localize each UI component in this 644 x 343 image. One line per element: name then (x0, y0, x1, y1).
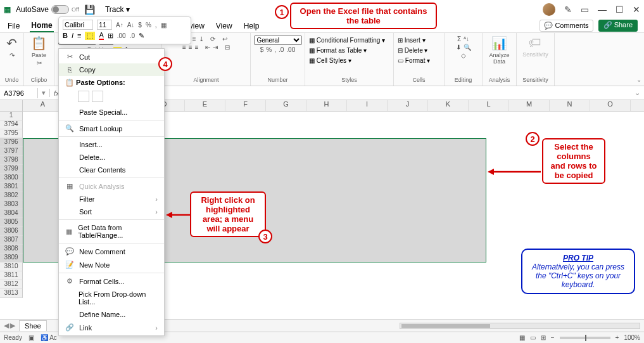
fill-down-icon[interactable]: ⬇ (456, 44, 461, 51)
save-icon[interactable]: 💾 (84, 4, 95, 15)
menu-filter[interactable]: Filter› (59, 193, 164, 205)
zoom-in-icon[interactable]: + (616, 334, 619, 341)
menu-clear[interactable]: Clear Contents (59, 164, 164, 176)
currency-btn[interactable]: $ (260, 46, 264, 53)
col-K[interactable]: K (428, 100, 469, 111)
mini-toolbar[interactable]: A↑ A↓ $ % , ▦ B I ≡ ⬚ A ⊞ .00 .0 ✎ (58, 16, 191, 44)
tab-help[interactable]: Help (243, 20, 261, 32)
decimal-dec-icon[interactable]: .0 (130, 32, 135, 39)
menu-define-name[interactable]: Define Name... (59, 308, 164, 321)
collapse-ribbon-icon[interactable]: ⌄ (636, 76, 641, 83)
menu-pick-list[interactable]: Pick From Drop-down List... (59, 288, 164, 308)
zoom-level[interactable]: 100% (624, 334, 640, 341)
dec-dec-btn[interactable]: .00 (286, 46, 295, 53)
namebox-chevron-icon[interactable]: ▾ (38, 89, 50, 97)
table-icon[interactable]: ▦ (161, 22, 167, 29)
mini-font[interactable] (63, 20, 93, 30)
indent-inc-icon[interactable]: ⇥ (213, 44, 218, 51)
col-J[interactable]: J (388, 100, 428, 111)
comma-btn[interactable]: , (274, 46, 276, 53)
col-O[interactable]: O (590, 100, 631, 111)
sheet-prev-icon[interactable]: ◀ (4, 321, 9, 330)
avatar[interactable] (543, 3, 555, 16)
indent-dec-icon[interactable]: ⇤ (205, 44, 210, 51)
row-hdr[interactable]: 1 (0, 112, 23, 120)
zoom-slider[interactable] (560, 337, 610, 339)
row-hdr[interactable]: 3812 (0, 280, 23, 289)
row-hdr[interactable]: 3799 (0, 165, 23, 174)
format-painter-icon[interactable]: ✎ (139, 32, 144, 40)
sheet-next-icon[interactable]: ▶ (10, 321, 15, 330)
menu-cut[interactable]: ✂Cut (59, 50, 164, 63)
formula-expand-icon[interactable]: ⌄ (631, 89, 644, 97)
paste-icon[interactable]: 📋 (31, 36, 47, 51)
row-hdr[interactable]: 3808 (0, 245, 23, 254)
decimal-inc-icon[interactable]: .00 (117, 32, 126, 39)
menu-new-comment[interactable]: 💬New Comment (59, 245, 164, 258)
fill-color-icon[interactable]: ⬚ (85, 32, 95, 40)
name-box[interactable]: A3796 (0, 88, 38, 98)
row-hdr[interactable]: 3804 (0, 209, 23, 218)
percent-icon[interactable]: % (146, 22, 151, 29)
redo-icon[interactable]: ↷ (9, 52, 15, 59)
align-icon[interactable]: ≡ (77, 32, 81, 39)
align-left-icon[interactable]: ≡ (182, 44, 186, 51)
menu-copy[interactable]: ⎘Copy (59, 63, 164, 76)
view-normal-icon[interactable]: ▦ (519, 334, 525, 341)
delete-btn[interactable]: ⊟ Delete ▾ (398, 46, 430, 56)
select-all-corner[interactable] (0, 100, 23, 111)
col-F[interactable]: F (225, 100, 266, 111)
tab-home[interactable]: Home (30, 20, 53, 32)
row-hdr[interactable]: 3810 (0, 262, 23, 271)
menu-format-cells[interactable]: ⚙Format Cells... (59, 275, 164, 288)
sum-icon[interactable]: Σ (457, 36, 461, 42)
share-button[interactable]: 🔗 Share (598, 20, 638, 32)
paste-opt-2[interactable] (92, 91, 103, 102)
menu-smart-lookup[interactable]: 🔍Smart Lookup (59, 122, 164, 135)
menu-delete[interactable]: Delete... (59, 151, 164, 164)
sort-icon[interactable]: ᴬ↓ (464, 36, 469, 42)
row-hdr[interactable]: 3800 (0, 174, 23, 183)
row-hdr[interactable]: 3805 (0, 218, 23, 227)
row-hdr[interactable]: 3801 (0, 183, 23, 191)
clear-icon[interactable]: ◇ (461, 52, 466, 59)
row-hdr[interactable]: 3803 (0, 200, 23, 209)
italic-icon[interactable]: I (72, 32, 73, 39)
track-dropdown[interactable]: Track ▾ (105, 5, 130, 14)
fmt-table-btn[interactable]: ▦ Format as Table ▾ (309, 46, 385, 56)
format-btn[interactable]: ▭ Format ▾ (398, 56, 430, 66)
cell-styles-btn[interactable]: ▦ Cell Styles ▾ (309, 56, 385, 66)
row-hdr[interactable]: 3795 (0, 129, 23, 138)
accessibility-icon[interactable]: ♿ Ac (41, 334, 57, 341)
align-bot-icon[interactable]: ⤓ (199, 36, 204, 42)
number-format[interactable]: General (254, 36, 302, 45)
align-mid-icon[interactable]: ≡ (193, 36, 196, 42)
align-center-icon[interactable]: ≡ (189, 44, 193, 51)
row-hdr[interactable]: 3794 (0, 120, 23, 129)
row-hdr[interactable]: 3802 (0, 191, 23, 200)
menu-link[interactable]: 🔗Link› (59, 321, 164, 334)
bold-icon[interactable]: B (63, 32, 68, 39)
find-icon[interactable]: 🔍 (464, 44, 471, 51)
analyze-icon[interactable]: 📊 (491, 36, 507, 51)
align-right-icon[interactable]: ≡ (195, 44, 199, 51)
cond-fmt-btn[interactable]: ▦ Conditional Formatting ▾ (309, 36, 385, 46)
font-color-icon[interactable]: A (99, 31, 103, 40)
col-L[interactable]: L (469, 100, 509, 111)
h-scrollbar[interactable] (400, 323, 640, 329)
decrease-font-icon[interactable]: A↓ (127, 22, 135, 29)
view-layout-icon[interactable]: ▭ (530, 334, 536, 341)
col-I[interactable]: I (347, 100, 388, 111)
menu-new-note[interactable]: 📝New Note (59, 258, 164, 271)
col-E[interactable]: E (185, 100, 225, 111)
border-icon[interactable]: ⊞ (108, 32, 113, 40)
row-hdr[interactable]: 3798 (0, 156, 23, 165)
maximize-icon[interactable]: ☐ (616, 4, 624, 15)
row-hdr[interactable]: 3806 (0, 227, 23, 236)
close-icon[interactable]: ✕ (633, 4, 640, 15)
autosave-toggle[interactable]: AutoSave Off (16, 5, 79, 14)
percent-btn[interactable]: % (266, 46, 272, 53)
menu-insert[interactable]: Insert... (59, 138, 164, 151)
comma-icon[interactable]: , (155, 22, 157, 29)
insert-btn[interactable]: ⊞ Insert ▾ (398, 36, 430, 46)
